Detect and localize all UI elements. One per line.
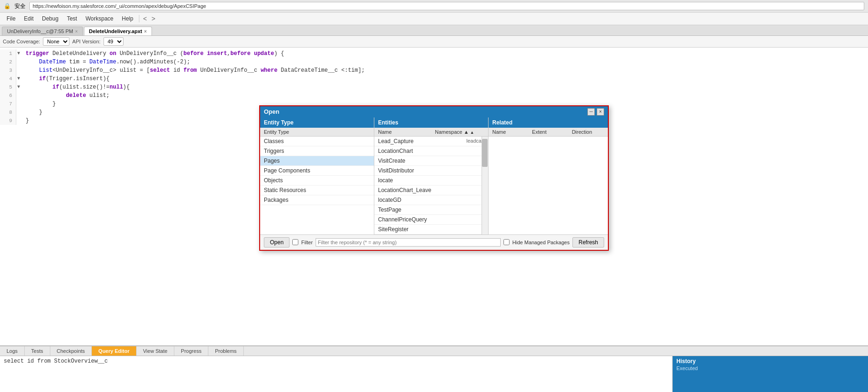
entities-header: Entities	[374, 117, 488, 128]
line-code-2: DateTime tim = DateTime.now().addMinutes…	[23, 58, 190, 66]
entity-type-list: Classes Triggers Pages Page Components O…	[260, 137, 374, 234]
entity-type-static-resources[interactable]: Static Resources	[260, 186, 374, 195]
tab-deleteundelivery-close[interactable]: ×	[144, 29, 147, 34]
menu-help[interactable]: Help	[118, 14, 137, 23]
query-editor[interactable]: select id from StockOverview__c	[0, 356, 672, 392]
code-line-2: 2 DateTime tim = DateTime.now().addMinut…	[0, 58, 868, 66]
line-code-4: if(Trigger.isInsert){	[23, 75, 110, 83]
tabs-bar: UnDeliveryInfo__c@7:55 PM × DeleteUndeli…	[0, 25, 868, 36]
fold-5[interactable]: ▼	[16, 83, 23, 91]
browser-bar: 🔒 安全	[0, 0, 868, 13]
entity-type-subheader: Entity Type	[260, 128, 374, 137]
entity-type-triggers[interactable]: Triggers	[260, 146, 374, 156]
tab-undelivery[interactable]: UnDeliveryInfo__c@7:55 PM ×	[2, 27, 83, 35]
nav-prev[interactable]: <	[141, 14, 149, 23]
related-dir-col: Direction	[568, 128, 608, 136]
entities-name-col[interactable]: Name	[374, 128, 431, 136]
bottom-tab-checkpoints[interactable]: Checkpoints	[50, 346, 92, 356]
filter-checkbox[interactable]	[292, 239, 298, 245]
coverage-label: Code Coverage:	[3, 39, 40, 44]
entity-visit-create[interactable]: VisitCreate	[374, 156, 488, 166]
entities-panel: Entities Name Namespace ▲ Lead_Capturele…	[374, 117, 489, 234]
entity-scrollbar[interactable]	[482, 137, 488, 234]
api-select[interactable]: 49	[103, 37, 124, 46]
tab-deleteundelivery[interactable]: DeleteUndelivery.apxt ×	[84, 27, 152, 35]
dialog-minimize-button[interactable]: ─	[587, 108, 595, 116]
entity-type-packages[interactable]: Packages	[260, 195, 374, 205]
bottom-tab-problems[interactable]: Problems	[208, 346, 243, 356]
menu-edit[interactable]: Edit	[20, 14, 37, 23]
entities-ns-col[interactable]: Namespace ▲	[431, 128, 488, 136]
bottom-tab-tests[interactable]: Tests	[25, 346, 50, 356]
code-line-6: 6 delete ulist;	[0, 91, 868, 100]
dialog-close-button[interactable]: ×	[597, 108, 604, 116]
history-executed: Executed	[676, 365, 864, 371]
code-line-5: 5 ▼ if(ulist.size()!=null){	[0, 83, 868, 91]
history-header: History	[676, 358, 864, 365]
line-num-8: 8	[0, 108, 16, 117]
entity-test-page[interactable]: TestPage	[374, 205, 488, 215]
url-bar[interactable]	[29, 2, 864, 10]
security-label: 安全	[14, 2, 26, 10]
history-panel: History Executed	[672, 356, 868, 392]
dialog-open-button[interactable]: Open	[264, 237, 289, 248]
menu-debug[interactable]: Debug	[38, 14, 62, 23]
fold-1[interactable]: ▼	[16, 49, 23, 58]
line-num-5: 5	[0, 83, 16, 91]
dialog-controls: ─ ×	[587, 108, 604, 116]
entity-visit-distributor[interactable]: VisitDistributor	[374, 166, 488, 176]
entity-type-pages[interactable]: Pages	[260, 156, 374, 166]
tab-undelivery-close[interactable]: ×	[75, 29, 78, 34]
entity-locate[interactable]: locate	[374, 176, 488, 186]
line-code-5: if(ulist.size()!=null){	[23, 83, 130, 91]
line-num-1: 1	[0, 49, 16, 58]
filter-input[interactable]	[316, 238, 501, 247]
refresh-button[interactable]: Refresh	[572, 237, 604, 248]
hide-managed-label: Hide Managed Packages	[512, 240, 570, 245]
bottom-tab-logs[interactable]: Logs	[0, 346, 25, 356]
menu-file[interactable]: File	[3, 14, 19, 23]
entity-channel-price-query[interactable]: ChannelPriceQuery	[374, 215, 488, 225]
entity-list: Lead_Captureleadcap LocationChart VisitC…	[374, 137, 488, 234]
entity-type-page-components[interactable]: Page Components	[260, 166, 374, 176]
bottom-tab-query-editor[interactable]: Query Editor	[92, 346, 137, 356]
entity-site-register[interactable]: SiteRegister	[374, 225, 488, 234]
line-code-8: }	[23, 108, 42, 117]
menu-bar: File Edit Debug Test Workspace Help < >	[0, 13, 868, 25]
entity-type-classes[interactable]: Classes	[260, 137, 374, 146]
code-line-1: 1 ▼ trigger DeleteUndelivery on UnDelive…	[0, 49, 868, 58]
bottom-tab-progress[interactable]: Progress	[174, 346, 208, 356]
menu-separator	[139, 15, 139, 22]
entity-type-panel: Entity Type Entity Type Classes Triggers…	[260, 117, 374, 234]
entities-columns: Name Namespace ▲	[374, 128, 488, 137]
entity-scroll-thumb	[482, 139, 488, 167]
line-num-2: 2	[0, 58, 16, 66]
bottom-content: select id from StockOverview__c History …	[0, 356, 868, 392]
entity-type-objects[interactable]: Objects	[260, 176, 374, 186]
entity-location-chart[interactable]: LocationChart	[374, 146, 488, 156]
coverage-select[interactable]: None	[43, 37, 69, 46]
fold-4[interactable]: ▼	[16, 75, 23, 83]
filter-label: Filter	[301, 240, 312, 245]
dialog-title-bar: Open ─ ×	[260, 106, 608, 117]
hide-managed-checkbox[interactable]	[503, 239, 510, 245]
dialog-body: Entity Type Entity Type Classes Triggers…	[260, 117, 608, 234]
code-line-4: 4 ▼ if(Trigger.isInsert){	[0, 75, 868, 83]
nav-next[interactable]: >	[150, 14, 157, 23]
bottom-tab-view-state[interactable]: View State	[137, 346, 174, 356]
line-num-6: 6	[0, 91, 16, 100]
entity-lead-capture[interactable]: Lead_Captureleadcap	[374, 137, 488, 146]
line-num-4: 4	[0, 75, 16, 83]
line-code-9: }	[23, 117, 29, 125]
toolbar: Code Coverage: None API Version: 49	[0, 36, 868, 48]
menu-workspace[interactable]: Workspace	[82, 14, 117, 23]
bottom-tabs: Logs Tests Checkpoints Query Editor View…	[0, 346, 868, 356]
lock-icon: 🔒	[4, 3, 11, 9]
menu-test[interactable]: Test	[63, 14, 81, 23]
entity-type-header: Entity Type	[260, 117, 374, 128]
entity-locate-gd[interactable]: locateGD	[374, 195, 488, 205]
api-label: API Version:	[72, 39, 101, 44]
entity-location-chart-leave[interactable]: LocationChart_Leave	[374, 186, 488, 195]
bottom-panel: Logs Tests Checkpoints Query Editor View…	[0, 345, 868, 392]
line-code-7: }	[23, 100, 56, 108]
